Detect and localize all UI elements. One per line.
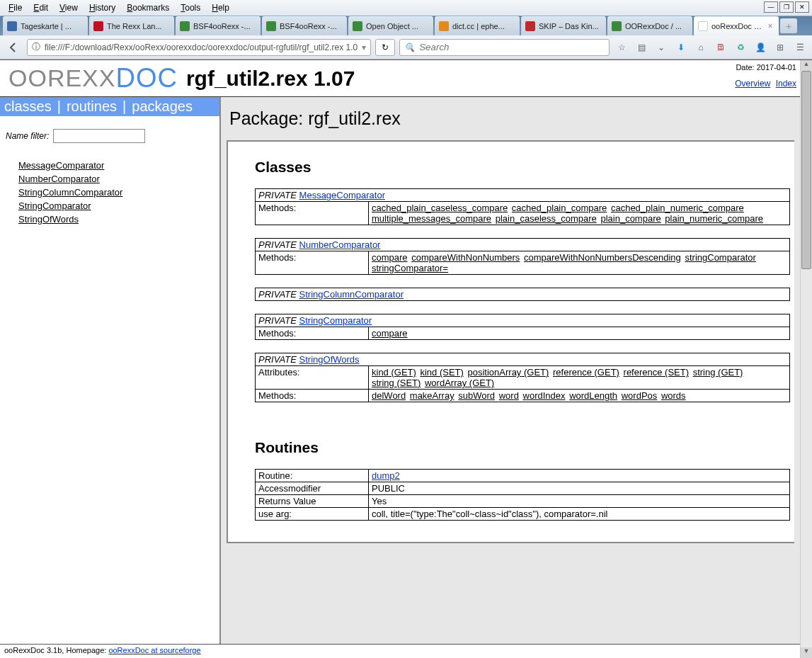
- method-link[interactable]: compare: [372, 328, 408, 339]
- tab[interactable]: OORexxDoc / ...: [607, 16, 692, 35]
- tab-label: BSF4ooRexx -...: [280, 22, 343, 30]
- reload-button[interactable]: ↻: [375, 39, 395, 56]
- bookmark-star-icon[interactable]: ☆: [614, 40, 629, 55]
- row-value: dump2: [369, 470, 790, 482]
- menu-edit[interactable]: Edit: [28, 1, 54, 15]
- home-icon[interactable]: ⌂: [693, 40, 709, 55]
- method-link[interactable]: positionArray (GET): [468, 367, 549, 378]
- download-icon[interactable]: ⬇: [673, 40, 689, 55]
- menu-tools[interactable]: Tools: [175, 1, 206, 15]
- method-link[interactable]: kind (GET): [372, 367, 416, 378]
- filter-input[interactable]: [53, 129, 145, 143]
- index-link[interactable]: Index: [776, 79, 796, 89]
- routine-link[interactable]: dump2: [372, 470, 400, 481]
- tab-active[interactable]: ooRexxDoc rgf...×: [694, 16, 779, 35]
- tab[interactable]: BSF4ooRexx -...: [176, 16, 261, 35]
- method-link[interactable]: compareWithNonNumbersDescending: [524, 252, 681, 263]
- sidebar-item[interactable]: MessageComparator: [18, 160, 210, 171]
- method-link[interactable]: wordIndex: [523, 390, 566, 401]
- class-link[interactable]: NumberComparator: [299, 239, 381, 250]
- method-link[interactable]: plain_compare: [600, 213, 661, 224]
- method-link[interactable]: plain_numeric_compare: [665, 213, 763, 224]
- footer-link[interactable]: ooRexxDoc at sourceforge: [108, 646, 200, 654]
- sidebar-item[interactable]: StringOfWords: [18, 214, 210, 225]
- method-link[interactable]: word: [499, 390, 519, 401]
- class-table: PRIVATE MessageComparatorMethods:cached_…: [255, 188, 790, 225]
- menu-file[interactable]: File: [3, 1, 28, 15]
- method-link[interactable]: stringComparator: [685, 252, 755, 263]
- tab[interactable]: Tageskarte | ...: [3, 16, 88, 35]
- maximize-button[interactable]: ❐: [779, 1, 794, 13]
- modifier: PRIVATE: [258, 239, 297, 250]
- method-link[interactable]: kind (SET): [420, 367, 463, 378]
- scroll-down-icon[interactable]: ▼: [801, 647, 812, 658]
- recycle-icon[interactable]: ♻: [733, 40, 748, 55]
- account-icon[interactable]: 👤: [753, 40, 768, 55]
- sidebar-item[interactable]: StringColumnComparator: [18, 187, 210, 198]
- sidebar-item[interactable]: NumberComparator: [18, 174, 210, 184]
- class-link[interactable]: StringComparator: [299, 315, 372, 326]
- search-box[interactable]: 🔍: [399, 39, 610, 56]
- method-link[interactable]: string (SET): [372, 378, 421, 388]
- method-link[interactable]: stringComparator=: [372, 263, 448, 273]
- scroll-thumb[interactable]: [801, 71, 811, 269]
- tab[interactable]: Open Object ...: [348, 16, 433, 35]
- nav-classes[interactable]: classes: [4, 98, 52, 115]
- search-input[interactable]: [419, 42, 605, 52]
- method-link[interactable]: reference (GET): [553, 367, 619, 378]
- method-link[interactable]: plain_caseless_compare: [496, 213, 597, 224]
- modifier: PRIVATE: [258, 315, 297, 326]
- new-tab-button[interactable]: +: [780, 18, 797, 33]
- method-link[interactable]: compareWithNonNumbers: [411, 252, 520, 263]
- tab[interactable]: The Rexx Lan...: [89, 16, 174, 35]
- grid-icon[interactable]: ⊞: [772, 40, 788, 55]
- scroll-up-icon[interactable]: ▲: [801, 60, 812, 71]
- method-link[interactable]: multiple_messages_compare: [372, 213, 491, 224]
- row-label: Routine:: [256, 470, 369, 482]
- method-link[interactable]: reference (SET): [624, 367, 689, 378]
- method-link[interactable]: cached_plain_numeric_compare: [611, 203, 744, 213]
- minimize-button[interactable]: —: [764, 1, 778, 13]
- class-link[interactable]: MessageComparator: [299, 190, 385, 200]
- back-button[interactable]: [4, 38, 23, 57]
- classes-heading: Classes: [255, 159, 790, 176]
- method-link[interactable]: words: [661, 390, 686, 401]
- method-link[interactable]: compare: [372, 252, 408, 263]
- tab[interactable]: SKIP – Das Kin...: [521, 16, 606, 35]
- method-link[interactable]: makeArray: [410, 390, 454, 401]
- menu-icon[interactable]: ☰: [792, 40, 808, 55]
- favicon: [266, 21, 276, 31]
- menu-bookmarks[interactable]: Bookmarks: [121, 1, 175, 15]
- scrollbar[interactable]: ▲ ▼: [800, 60, 812, 658]
- method-link[interactable]: cached_plain_caseless_compare: [372, 203, 508, 213]
- method-link[interactable]: delWord: [372, 390, 406, 401]
- overview-link[interactable]: Overview: [735, 79, 770, 89]
- nav-routines[interactable]: routines: [67, 98, 117, 115]
- menu-view[interactable]: View: [54, 1, 84, 15]
- method-link[interactable]: wordPos: [622, 390, 658, 401]
- method-link[interactable]: cached_plain_compare: [512, 203, 607, 213]
- dropdown-icon[interactable]: ▾: [362, 42, 366, 52]
- modifier: PRIVATE: [258, 190, 297, 200]
- tab[interactable]: dict.cc | ephe...: [435, 16, 520, 35]
- pdf-icon[interactable]: 🖺: [713, 40, 728, 55]
- menu-help[interactable]: Help: [206, 1, 235, 15]
- close-icon[interactable]: ×: [766, 22, 774, 30]
- class-link[interactable]: StringOfWords: [299, 354, 360, 365]
- method-link[interactable]: subWord: [458, 390, 495, 401]
- method-link[interactable]: string (GET): [693, 367, 743, 378]
- pocket-icon[interactable]: ⌄: [653, 40, 669, 55]
- clipboard-icon[interactable]: ▤: [634, 40, 649, 55]
- method-link[interactable]: wordArray (GET): [425, 378, 494, 388]
- row-label: Attributes:: [256, 366, 369, 390]
- sidebar-item[interactable]: StringComparator: [18, 200, 210, 211]
- nav-packages[interactable]: packages: [132, 98, 193, 115]
- modifier: PRIVATE: [258, 354, 297, 365]
- tab[interactable]: BSF4ooRexx -...: [262, 16, 347, 35]
- routine-table: Routine:dump2AccessmodifierPUBLICReturns…: [255, 469, 790, 521]
- url-bar[interactable]: ⓘ file:///F:/download/Rexx/ooRexx/oorexx…: [27, 39, 371, 56]
- menu-history[interactable]: History: [84, 1, 121, 15]
- method-link[interactable]: wordLength: [569, 390, 617, 401]
- close-button[interactable]: ✕: [795, 1, 809, 13]
- class-link[interactable]: StringColumnComparator: [299, 289, 404, 300]
